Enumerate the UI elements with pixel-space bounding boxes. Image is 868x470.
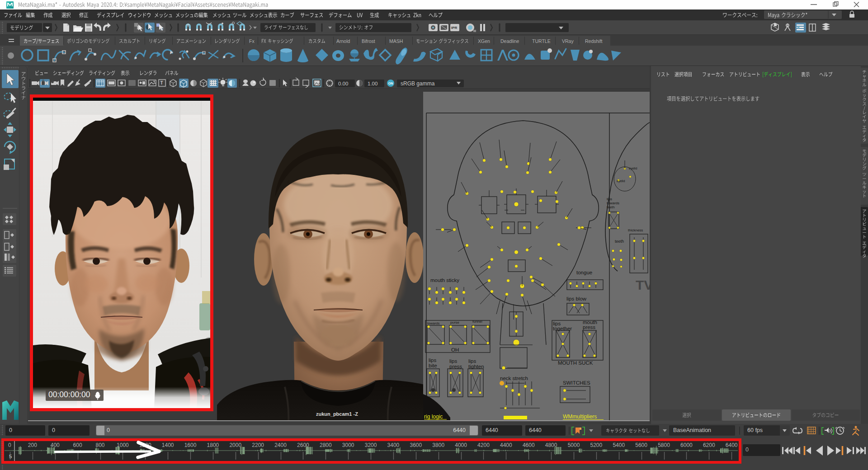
svg-text:eyelid: eyelid bbox=[617, 179, 625, 183]
svg-text:lips: lips bbox=[449, 358, 458, 364]
svg-text:thickness: thickness bbox=[628, 228, 643, 232]
svg-text:press: press bbox=[449, 364, 462, 369]
svg-text:teeth: teeth bbox=[615, 239, 624, 244]
svg-text:press: press bbox=[583, 324, 595, 330]
svg-text:mouth sticky: mouth sticky bbox=[430, 277, 459, 283]
svg-text:lips blow: lips blow bbox=[566, 296, 587, 301]
svg-text:bite: bite bbox=[429, 363, 437, 368]
svg-text:funnel: funnel bbox=[472, 320, 482, 324]
svg-text:TV: TV bbox=[636, 277, 650, 292]
svg-text:SWITCHES: SWITCHES bbox=[563, 380, 590, 385]
svg-text:OH: OH bbox=[451, 347, 459, 352]
svg-text:eyelid: eyelid bbox=[629, 167, 637, 170]
svg-text:lips: lips bbox=[607, 197, 612, 201]
svg-text:MOUTH SUCK: MOUTH SUCK bbox=[558, 360, 593, 366]
svg-text:lowards: lowards bbox=[427, 321, 440, 325]
svg-text:lips: lips bbox=[429, 357, 437, 363]
svg-text:neck stretch: neck stretch bbox=[500, 376, 528, 381]
svg-text:tighten: tighten bbox=[468, 364, 484, 369]
svg-text:lips: lips bbox=[468, 358, 476, 364]
svg-text:purse: purse bbox=[450, 320, 460, 324]
svg-text:tongue: tongue bbox=[576, 270, 592, 275]
svg-text:WMmultipliers: WMmultipliers bbox=[563, 414, 597, 420]
